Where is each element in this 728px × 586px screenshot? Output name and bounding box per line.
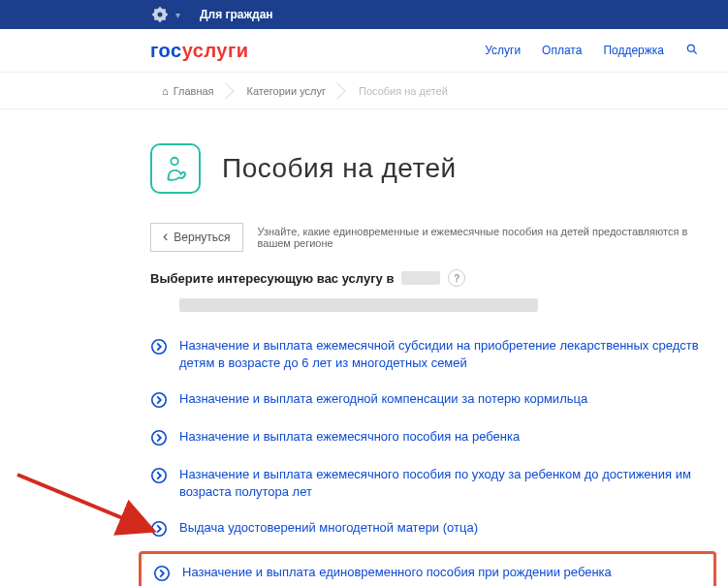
crumb-current: Пособия на детей xyxy=(347,73,459,108)
crumb-home[interactable]: ⌂Главная xyxy=(150,73,226,108)
intro-text: Узнайте, какие единовременные и ежемесяч… xyxy=(258,226,716,249)
service-link: Назначение и выплата ежегодной компенсац… xyxy=(179,390,587,408)
header: госуслуги Услуги Оплата Поддержка xyxy=(0,29,728,73)
search-icon[interactable] xyxy=(685,43,699,59)
service-item[interactable]: Назначение и выплата ежемесячного пособи… xyxy=(150,456,716,509)
chevron-circle-icon xyxy=(150,520,168,538)
svg-point-5 xyxy=(152,393,166,407)
service-link: Назначение и выплата ежемесячного пособи… xyxy=(179,466,716,500)
service-link: Назначение и выплата ежемесячной субсиди… xyxy=(179,337,716,371)
chevron-circle-icon xyxy=(150,467,168,484)
chevron-circle-icon xyxy=(150,391,168,409)
pick-prompt: Выберите интересующую вас услугу в ? xyxy=(150,269,716,287)
crumb-category[interactable]: Категории услуг xyxy=(236,73,337,108)
page-title: Пособия на детей xyxy=(222,153,457,184)
service-link: Назначение и выплата ежемесячного пособи… xyxy=(179,428,520,446)
main-nav: Услуги Оплата Поддержка xyxy=(485,43,699,59)
emblem-menu[interactable]: ▾ xyxy=(150,5,180,24)
service-link: Назначение и выплата единовременного пос… xyxy=(182,564,612,581)
service-item[interactable]: Назначение и выплата ежемесячной субсиди… xyxy=(150,327,716,381)
nav-support[interactable]: Поддержка xyxy=(603,44,664,57)
service-item-highlighted[interactable]: Назначение и выплата единовременного пос… xyxy=(139,551,716,586)
service-link: Выдача удостоверений многодетной матери … xyxy=(179,519,478,537)
help-icon[interactable]: ? xyxy=(448,269,465,287)
top-bar: ▾ Для граждан xyxy=(0,0,728,29)
service-item[interactable]: Выдача удостоверений многодетной матери … xyxy=(150,509,716,547)
back-button[interactable]: Вернуться xyxy=(150,223,243,252)
emblem-icon xyxy=(150,5,170,24)
category-icon xyxy=(150,143,201,194)
svg-point-3 xyxy=(171,158,178,166)
region-redacted xyxy=(401,271,440,285)
nav-services[interactable]: Услуги xyxy=(485,44,521,57)
chevron-circle-icon xyxy=(150,338,168,355)
svg-point-7 xyxy=(152,469,166,482)
chevron-circle-icon xyxy=(153,565,171,582)
service-item[interactable]: Назначение и выплата ежегодной компенсац… xyxy=(150,381,716,418)
chevron-circle-icon xyxy=(150,429,168,447)
redacted-stripe xyxy=(179,298,538,312)
svg-point-8 xyxy=(152,522,166,536)
logo[interactable]: госуслуги xyxy=(150,40,249,62)
svg-point-0 xyxy=(158,13,163,17)
svg-point-6 xyxy=(152,431,166,445)
svg-point-4 xyxy=(152,340,166,354)
svg-point-9 xyxy=(155,567,169,580)
service-item[interactable]: Назначение и выплата ежемесячного пособи… xyxy=(150,418,716,456)
nav-pay[interactable]: Оплата xyxy=(542,44,582,57)
svg-line-2 xyxy=(694,50,697,53)
home-icon: ⌂ xyxy=(162,85,169,97)
audience-selector[interactable]: Для граждан xyxy=(200,8,273,21)
svg-point-1 xyxy=(687,45,694,51)
service-list: Назначение и выплата ежемесячной субсиди… xyxy=(150,327,716,586)
chevron-down-icon: ▾ xyxy=(175,10,180,20)
content: Пособия на детей Вернуться Узнайте, каки… xyxy=(0,143,728,586)
breadcrumb: ⌂Главная Категории услуг Пособия на дете… xyxy=(0,73,728,109)
